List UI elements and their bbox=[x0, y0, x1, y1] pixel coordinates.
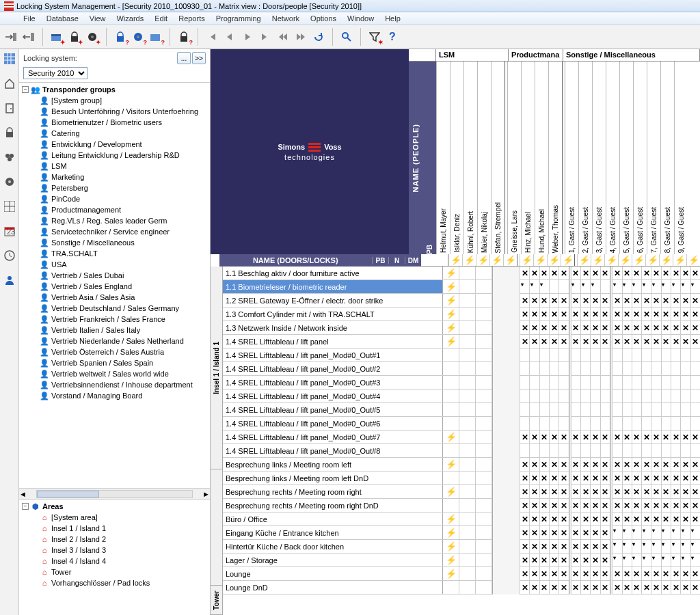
matrix-cell[interactable]: ✕ bbox=[539, 430, 549, 444]
matrix-cell[interactable]: ✕ bbox=[671, 308, 680, 321]
matrix-cell[interactable] bbox=[632, 362, 641, 376]
matrix-cell[interactable]: ▾ bbox=[680, 554, 690, 567]
matrix-cell[interactable]: ✕ bbox=[580, 472, 590, 485]
person-col[interactable]: 4, Gast / Guest bbox=[606, 62, 619, 254]
matrix-cell[interactable]: ✕ bbox=[558, 472, 568, 485]
matrix-cell[interactable]: ✕ bbox=[558, 335, 568, 348]
groups-button[interactable] bbox=[3, 150, 16, 164]
tree-item[interactable]: 👤Productmanagement bbox=[22, 204, 207, 215]
matrix-cell[interactable] bbox=[539, 444, 549, 458]
matrix-cell[interactable]: ✕ bbox=[632, 266, 641, 280]
matrix-cell[interactable]: ✕ bbox=[671, 485, 680, 499]
matrix-cell[interactable]: ✕ bbox=[529, 485, 539, 499]
tree-item[interactable]: 👤Biometrienutzer / Biometric users bbox=[22, 117, 207, 128]
next-button[interactable] bbox=[239, 29, 256, 45]
lock-properties-button[interactable]: ? bbox=[112, 29, 129, 45]
matrix-cell[interactable] bbox=[680, 376, 690, 390]
menu-view[interactable]: View bbox=[84, 14, 111, 23]
tree-item[interactable]: 👤Catering bbox=[22, 128, 207, 139]
matrix-cell[interactable]: ✕ bbox=[571, 499, 580, 512]
matrix-cell[interactable]: ✕ bbox=[671, 335, 680, 348]
person-col[interactable]: 6, Gast / Guest bbox=[633, 62, 647, 254]
areas-root[interactable]: −⬢Areas bbox=[22, 501, 207, 512]
matrix-cell[interactable]: ✕ bbox=[661, 472, 671, 485]
matrix-cell[interactable] bbox=[571, 417, 580, 430]
tree-item[interactable]: 👤TRA.SCHALT bbox=[22, 248, 207, 259]
matrix-cell[interactable]: ▾ bbox=[529, 280, 539, 294]
matrix-cell[interactable] bbox=[590, 348, 600, 362]
matrix-cell[interactable] bbox=[580, 348, 590, 362]
door-row[interactable]: Besprechung rechts / Meeting room right bbox=[223, 485, 443, 499]
door-row[interactable]: 1.4 SREL Lifttableau / lift panel_Mod#0_… bbox=[223, 403, 443, 417]
search-button[interactable] bbox=[338, 29, 355, 45]
matrix-cell[interactable] bbox=[622, 403, 632, 417]
matrix-cell[interactable]: ✕ bbox=[539, 458, 549, 472]
matrix-cell[interactable] bbox=[680, 390, 690, 403]
help-button[interactable]: ? bbox=[384, 29, 401, 45]
matrix-cell[interactable]: ✕ bbox=[622, 430, 632, 444]
matrix-cell[interactable]: ✕ bbox=[651, 430, 660, 444]
matrix-cell[interactable]: ▾ bbox=[661, 526, 671, 540]
matrix-cell[interactable] bbox=[571, 376, 580, 390]
matrix-cell[interactable]: ✕ bbox=[661, 512, 671, 526]
matrix-cell[interactable]: ✕ bbox=[520, 526, 529, 540]
matrix-cell[interactable]: ✕ bbox=[632, 485, 641, 499]
matrix-cell[interactable]: ✕ bbox=[651, 335, 660, 348]
matrix-cell[interactable]: ▾ bbox=[651, 540, 660, 554]
matrix-cell[interactable] bbox=[529, 390, 539, 403]
matrix-cell[interactable] bbox=[680, 362, 690, 376]
matrix-cell[interactable] bbox=[690, 362, 700, 376]
tree-item[interactable]: 👤Servicetechniker / Service engineer bbox=[22, 226, 207, 237]
matrix-cell[interactable]: ✕ bbox=[680, 567, 690, 581]
matrix-cell[interactable] bbox=[651, 444, 660, 458]
matrix-cell[interactable]: ✕ bbox=[520, 335, 529, 348]
matrix-cell[interactable] bbox=[549, 390, 558, 403]
matrix-cell[interactable] bbox=[612, 348, 621, 362]
matrix-cell[interactable]: ✕ bbox=[549, 540, 558, 554]
matrix-cell[interactable]: ✕ bbox=[558, 499, 568, 512]
door-button[interactable] bbox=[3, 101, 16, 115]
matrix-cell[interactable]: ✕ bbox=[661, 581, 671, 594]
matrix-cell[interactable]: ✕ bbox=[520, 430, 529, 444]
matrix-cell[interactable]: ✕ bbox=[539, 526, 549, 540]
matrix-cell[interactable]: ✕ bbox=[661, 266, 671, 280]
matrix-cell[interactable]: ✕ bbox=[529, 266, 539, 280]
matrix-cell[interactable] bbox=[549, 444, 558, 458]
matrix-cell[interactable] bbox=[661, 362, 671, 376]
tree-item[interactable]: 👤Vertrieb Deutschland / Sales Germany bbox=[22, 303, 207, 314]
matrix-cell[interactable]: ✕ bbox=[612, 430, 621, 444]
matrix-cell[interactable]: ✕ bbox=[549, 458, 558, 472]
matrix-cell[interactable]: ✕ bbox=[590, 499, 600, 512]
matrix-cell[interactable]: ▾ bbox=[571, 280, 580, 294]
matrix-cell[interactable]: ✕ bbox=[622, 567, 632, 581]
find-lock-button[interactable]: ? bbox=[176, 29, 192, 45]
person-col[interactable]: Isiklar, Deniz bbox=[450, 62, 463, 254]
matrix-cell[interactable]: ▾ bbox=[690, 526, 700, 540]
person-col[interactable]: 7, Gast / Guest bbox=[647, 62, 660, 254]
matrix-cell[interactable]: ✕ bbox=[558, 554, 568, 567]
matrix-cell[interactable] bbox=[690, 376, 700, 390]
matrix-cell[interactable]: ✕ bbox=[571, 335, 580, 348]
matrix-cell[interactable]: ✕ bbox=[612, 335, 621, 348]
matrix-cell[interactable]: ✕ bbox=[520, 308, 529, 321]
matrix-cell[interactable]: ✕ bbox=[690, 308, 700, 321]
matrix-cell[interactable] bbox=[580, 362, 590, 376]
matrix-cell[interactable]: ▾ bbox=[651, 554, 660, 567]
matrix-cell[interactable] bbox=[558, 390, 568, 403]
matrix-cell[interactable]: ▾ bbox=[641, 540, 651, 554]
matrix-cell[interactable] bbox=[558, 444, 568, 458]
matrix-cell[interactable]: ✕ bbox=[549, 294, 558, 308]
matrix-cell[interactable] bbox=[529, 362, 539, 376]
matrix-cell[interactable]: ✕ bbox=[671, 567, 680, 581]
matrix-cell[interactable]: ✕ bbox=[661, 335, 671, 348]
matrix-cell[interactable] bbox=[590, 390, 600, 403]
matrix-cell[interactable] bbox=[558, 362, 568, 376]
matrix-cell[interactable]: ✕ bbox=[651, 499, 660, 512]
matrix-cell[interactable] bbox=[671, 348, 680, 362]
matrix-cell[interactable]: ✕ bbox=[529, 472, 539, 485]
matrix-cell[interactable]: ✕ bbox=[558, 430, 568, 444]
col-group[interactable]: LSM bbox=[436, 49, 509, 61]
matrix-cells[interactable]: ✕✕✕✕✕✕✕✕✕✕✕✕✕✕✕✕✕✕▾▾▾▾▾▾▾▾▾▾▾▾▾▾▾✕✕✕✕✕✕✕… bbox=[520, 266, 700, 615]
matrix-cell[interactable] bbox=[641, 376, 651, 390]
matrix-cell[interactable]: ✕ bbox=[641, 335, 651, 348]
